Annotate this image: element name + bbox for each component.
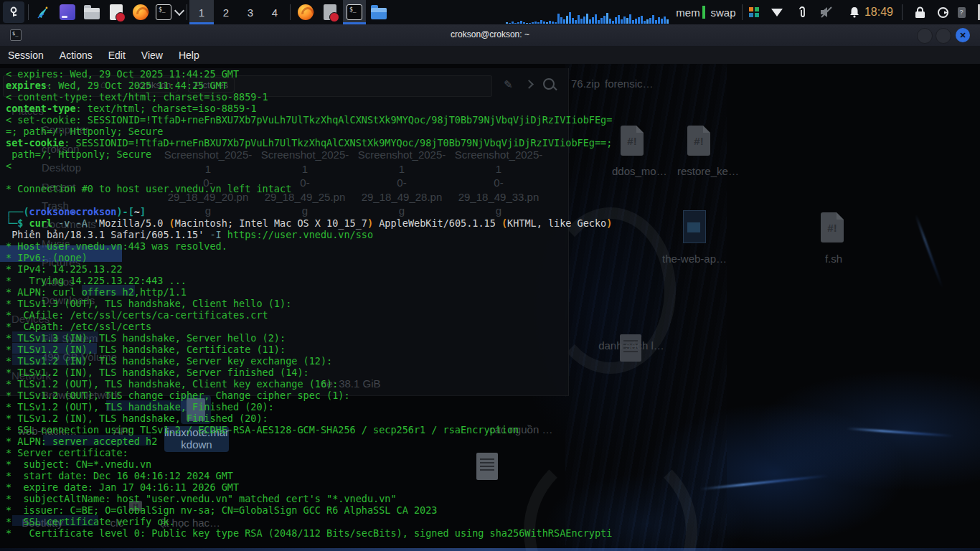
- terminal-line: * TLSv1.2 (IN), TLS handshake, Server ke…: [6, 355, 980, 367]
- top-panel: $_ 1234 $_ mem swap: [0, 0, 980, 24]
- taskbar-file-manager[interactable]: [367, 0, 390, 24]
- clock[interactable]: 18:49: [863, 0, 895, 24]
- taskbar-document[interactable]: [319, 0, 341, 24]
- desktop-screen: $_ 1234 $_ mem swap: [0, 0, 980, 551]
- terminal-line: * CAfile: /etc/ssl/certs/ca-certificates…: [6, 309, 980, 321]
- minimize-button[interactable]: [917, 28, 933, 44]
- terminal-line: < content-type: text/html; charset=iso-8…: [6, 91, 980, 103]
- kali-logo-icon: [8, 6, 19, 18]
- battery-unknown-icon: ?: [958, 7, 966, 18]
- menu-help[interactable]: Help: [171, 50, 207, 61]
- workspace-1[interactable]: 1: [189, 0, 214, 24]
- swap-monitor-label: swap: [709, 0, 738, 24]
- terminal-line: * Server certificate:: [6, 447, 980, 458]
- mem-monitor-label: mem: [675, 0, 701, 24]
- chevron-down-icon: [174, 6, 184, 16]
- clock-label: 18:49: [864, 6, 893, 19]
- terminal-line: * SSL connection using TLSv1.2 / ECDHE-R…: [6, 424, 980, 435]
- panel-separator: [28, 4, 29, 20]
- menu-edit[interactable]: Edit: [100, 50, 133, 61]
- taskbar-firefox[interactable]: [294, 0, 317, 24]
- firefox-icon: [298, 4, 314, 20]
- menu-view[interactable]: View: [133, 50, 171, 61]
- workspace-4[interactable]: 4: [263, 0, 287, 24]
- terminal-icon: $_: [347, 4, 362, 20]
- terminal-icon: $_: [156, 4, 171, 20]
- launcher-firefox[interactable]: [131, 0, 151, 24]
- terminal-content-area[interactable]: ← → ↑ ⌂ crokson Pictures ✎ PlacesCompute…: [0, 64, 980, 551]
- terminal-line: * expire date: Jan 17 04:16:11 2026 GMT: [6, 481, 980, 493]
- terminal-menubar: SessionActionsEditViewHelp: [0, 46, 980, 64]
- close-button[interactable]: ✕: [956, 28, 970, 42]
- terminal-line: * Certificate level 0: Public key type R…: [6, 527, 980, 539]
- launcher-terminal[interactable]: $_: [154, 0, 185, 24]
- bell-icon: [849, 6, 860, 18]
- battery-tray-button[interactable]: ?: [956, 0, 967, 24]
- updates-grid-icon: [748, 6, 760, 18]
- terminal-line: * IPv6: (none): [6, 252, 980, 263]
- folder-icon: [371, 8, 387, 19]
- terminal-line: * TLSv1.2 (OUT), TLS handshake, Client k…: [6, 378, 980, 390]
- audio-tray-button[interactable]: [818, 0, 835, 24]
- taskbar-terminal-active[interactable]: $_: [343, 0, 366, 24]
- network-tray-button[interactable]: [769, 0, 785, 24]
- workspace-2[interactable]: 2: [214, 0, 238, 24]
- terminal-line: * ALPN: server accepted h2: [6, 435, 980, 447]
- terminal-line: [6, 194, 980, 206]
- terminal-line: * ALPN: curl offers h2,http/1.1: [6, 286, 980, 298]
- terminal-line: < set-cookie: SESSIONID=!TtfaD+rneFnBXU7…: [6, 114, 980, 126]
- terminal-line: Phiên bản/18.3.1 Safari/605.1.15' -I htt…: [6, 229, 980, 240]
- document-icon: [324, 4, 336, 20]
- terminal-line: * TLSv1.2 (IN), TLS handshake, Server fi…: [6, 367, 980, 378]
- terminal-line: =; path=/; Httponly; Secure: [6, 126, 980, 137]
- launcher-software-app[interactable]: [57, 0, 77, 24]
- clipboard-tray-button[interactable]: [795, 0, 809, 24]
- terminal-line: * issuer: C=BE; O=GlobalSign nv-sa; CN=G…: [6, 504, 980, 516]
- terminal-titlebar[interactable]: $_ crokson@crokson: ~ ✕: [0, 24, 980, 46]
- edit-badge-icon: [116, 12, 126, 22]
- workspace-3[interactable]: 3: [238, 0, 263, 24]
- updates-tray-button[interactable]: [747, 0, 761, 24]
- terminal-line: * Host user.vnedu.vn:443 was resolved.: [6, 240, 980, 252]
- terminal-line: * TLSv1.2 (OUT), TLS handshake, Finished…: [6, 401, 980, 413]
- logout-button[interactable]: [934, 0, 951, 24]
- terminal-line: <: [6, 160, 980, 171]
- audio-muted-icon: [820, 6, 833, 18]
- lock-screen-button[interactable]: [911, 0, 928, 24]
- terminal-line: expires: Wed, 29 Oct 2025 11:44:25 GMT: [6, 80, 980, 91]
- terminal-line: set-cookie: SESSIONID=!TtfaD+rneFnBXU7Xb…: [6, 137, 980, 149]
- terminal-output[interactable]: < expires: Wed, 29 Oct 2025 11:44:25 GMT…: [0, 64, 980, 551]
- terminal-line: [6, 171, 980, 183]
- terminal-line: content-type: text/html; charset=iso-885…: [6, 103, 980, 114]
- terminal-line: ┌──(crokson⊛crokson)-[~]: [6, 206, 980, 217]
- terminal-line: * subject: CN=*.vnedu.vn: [6, 458, 980, 470]
- power-icon: [937, 6, 949, 19]
- applications-menu-button[interactable]: [3, 1, 24, 23]
- launcher-text-editor[interactable]: [106, 0, 126, 24]
- launcher-file-manager[interactable]: [82, 0, 102, 24]
- notifications-tray-button[interactable]: [847, 0, 862, 24]
- terminal-line: * TLSv1.2 (IN), TLS handshake, Certifica…: [6, 344, 980, 355]
- terminal-line: * IPv4: 14.225.13.22: [6, 263, 980, 275]
- document-icon: [110, 4, 123, 20]
- panel-separator: [187, 4, 187, 20]
- wifi-icon: [771, 6, 783, 18]
- terminal-line: * Trying 14.225.13.22:443 ...: [6, 275, 980, 286]
- network-monitor-graph: [506, 9, 672, 24]
- menu-actions[interactable]: Actions: [52, 50, 100, 61]
- terminal-line: * CApath: /etc/ssl/certs: [6, 321, 980, 332]
- lock-icon: [915, 6, 925, 19]
- menu-session[interactable]: Session: [0, 50, 52, 61]
- panel-separator: [742, 4, 743, 20]
- panel-separator: [290, 4, 291, 20]
- maximize-button[interactable]: [936, 28, 951, 44]
- paperclip-icon: [797, 6, 807, 19]
- terminal-line: < expires: Wed, 29 Oct 2025 11:44:25 GMT: [6, 68, 980, 80]
- mem-usage-bar: [702, 6, 705, 19]
- firefox-icon: [133, 4, 149, 20]
- terminal-line: * TLSv1.2 (OUT), TLS change cipher, Chan…: [6, 390, 980, 401]
- terminal-line: * TLSv1.2 (IN), TLS handshake, Finished …: [6, 413, 980, 424]
- folder-icon: [84, 8, 100, 19]
- terminal-line: * TLSv1.3 (IN), TLS handshake, Server he…: [6, 332, 980, 344]
- launcher-kali-dragon[interactable]: [33, 0, 53, 24]
